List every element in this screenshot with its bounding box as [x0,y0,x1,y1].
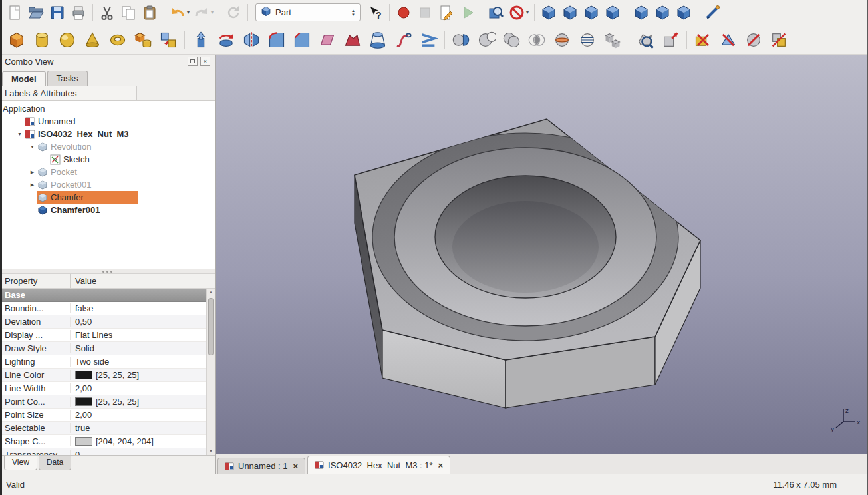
tab-view[interactable]: View [4,456,37,470]
view-right-button[interactable] [603,3,623,23]
fillet-button[interactable] [265,28,289,52]
scroll-up-arrow[interactable]: ▲ [207,289,215,296]
boolean-union-button[interactable] [500,28,523,52]
paste-button[interactable] [140,3,160,23]
macro-execute-button[interactable] [458,3,478,23]
property-row-deviation[interactable]: Deviation0,50 [0,315,215,329]
dropdown-caret[interactable]: ▾ [211,9,214,15]
tree-item-sketch[interactable]: Sketch [0,153,215,166]
tree-item-revolution[interactable]: ▼Revolution [0,140,215,153]
property-row-lighting[interactable]: LightingTwo side [0,355,215,369]
tab-data[interactable]: Data [39,456,71,470]
property-value[interactable]: 2,00 [71,410,215,420]
refine-shape-button[interactable] [691,28,715,52]
cylinder-button[interactable] [30,28,54,52]
dropdown-caret[interactable]: ▾ [526,9,529,15]
property-row-base[interactable]: Base [0,289,215,302]
macro-edit-button[interactable] [436,3,456,23]
property-row-line-color[interactable]: Line Color[25, 25, 25] [0,369,215,382]
view-rear-button[interactable] [631,3,651,23]
scrollbar-thumb[interactable] [208,298,214,355]
property-value[interactable]: [25, 25, 25] [71,397,215,407]
view-axonometric-button[interactable] [539,3,559,23]
tree-item-unnamed[interactable]: Unnamed [0,115,215,128]
extrude-button[interactable] [189,28,213,52]
cross-sections-button[interactable] [575,28,599,52]
expander-icon[interactable]: ▶ [28,182,37,188]
macro-record-button[interactable] [394,3,414,23]
tree-item-iso4032-hex-nut-m3[interactable]: ▼ISO4032_Hex_Nut_M3 [0,128,215,140]
property-scrollbar[interactable]: ▲ ▼ [206,289,215,455]
view-bottom-button[interactable] [652,3,672,23]
loft-button[interactable] [366,28,390,52]
sweep-button[interactable] [391,28,415,52]
expander-icon[interactable]: ▼ [28,144,37,149]
fit-all-button[interactable] [486,3,506,23]
check-geometry-button[interactable] [633,28,657,52]
mirror-button[interactable] [239,28,263,52]
boolean-button[interactable] [449,28,473,52]
print-button[interactable] [69,3,88,23]
sphere-button[interactable] [55,28,79,52]
defeaturing-button[interactable] [658,28,682,52]
expander-icon[interactable]: ▼ [15,132,24,136]
draw-style-button[interactable]: ▾ [507,3,530,23]
boolean-common-button[interactable] [525,28,549,52]
thickness-button[interactable] [416,28,440,52]
property-row-line-width[interactable]: Line Width2,00 [0,382,215,395]
property-row-point-co[interactable]: Point Co...[25, 25, 25] [0,395,215,409]
tree-item-pocket[interactable]: ▶Pocket [0,166,215,178]
copy-button[interactable] [118,3,138,23]
document-tab-iso4032-hex-nut-m3-1[interactable]: ISO4032_Hex_Nut_M3 : 1*× [307,456,450,474]
cone-button[interactable] [80,28,104,52]
undo-button[interactable]: ▾ [168,3,191,23]
create-primitives-button[interactable] [131,28,155,52]
view-front-button[interactable] [560,3,580,23]
box-button[interactable] [5,28,29,52]
view-top-button[interactable] [581,3,601,23]
property-row-selectable[interactable]: Selectabletrue [0,422,215,435]
section-button[interactable] [550,28,574,52]
redo-button[interactable]: ▾ [192,3,215,23]
panel-close-button[interactable]: × [200,57,210,66]
expander-icon[interactable]: ▶ [28,170,37,175]
property-value[interactable]: 2,00 [71,383,215,393]
close-tab-icon[interactable]: × [293,461,298,471]
chamfer-button[interactable] [290,28,314,52]
torus-button[interactable] [106,28,130,52]
tab-tasks[interactable]: Tasks [47,71,88,86]
view-left-button[interactable] [674,3,694,23]
workbench-selector[interactable]: Part▲▼ [255,3,361,21]
boolean-cut-button[interactable] [474,28,498,52]
compound-button[interactable] [601,28,625,52]
close-tab-icon[interactable]: × [438,460,444,470]
tree-item-chamfer001[interactable]: Chamfer001 [0,204,215,216]
property-row-point-size[interactable]: Point Size2,00 [0,409,215,422]
property-value[interactable]: 0 [71,450,215,455]
whats-this-button[interactable]: ? [365,3,385,23]
tree-item-pocket001[interactable]: ▶Pocket001 [0,178,215,191]
property-value[interactable]: [25, 25, 25] [71,370,215,380]
property-value[interactable]: Solid [71,343,215,353]
tab-model[interactable]: Model [2,71,46,86]
tree-item-application[interactable]: Application [0,102,215,115]
combo-spinner[interactable]: ▲▼ [351,9,355,17]
property-value[interactable]: false [71,303,215,313]
property-value[interactable]: Flat Lines [71,330,215,340]
property-value[interactable]: true [71,423,215,433]
simple-copy-button[interactable] [767,28,791,52]
property-value[interactable]: Two side [71,357,215,367]
reverse-shapes-button[interactable] [742,28,766,52]
dropdown-caret[interactable]: ▾ [187,9,190,15]
property-row-draw-style[interactable]: Draw StyleSolid [0,342,215,355]
ruled-surface-button[interactable] [341,28,364,52]
make-face-button[interactable] [315,28,339,52]
scroll-down-arrow[interactable]: ▼ [207,448,215,455]
property-row-display[interactable]: Display ...Flat Lines [0,329,215,342]
save-button[interactable] [47,3,67,23]
shape-builder-button[interactable] [156,28,180,52]
macro-stop-button[interactable] [415,3,435,23]
open-file-button[interactable] [26,3,46,23]
cut-button[interactable] [97,3,117,23]
3d-viewport[interactable]: z x y [216,55,868,454]
